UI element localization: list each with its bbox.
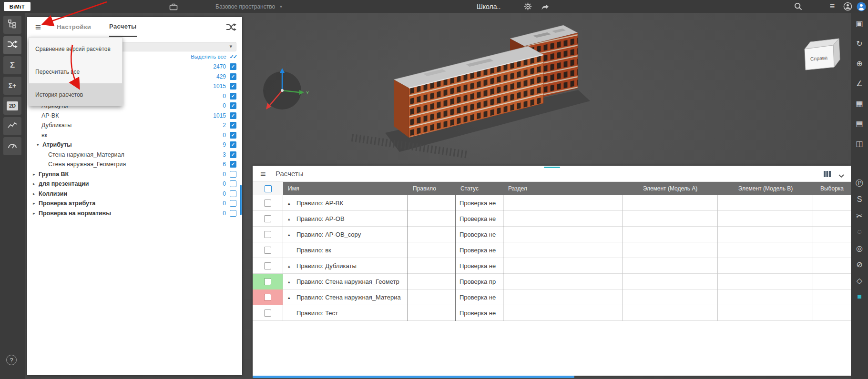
tree-item-checkbox[interactable]: ✓ — [230, 141, 236, 148]
tree-group[interactable]: ▸Проверка на нормативы0 — [27, 209, 242, 219]
rotate-tool[interactable]: ↻ — [853, 37, 866, 50]
tab-calculations[interactable]: Расчеты — [109, 17, 137, 37]
gauge-tool[interactable] — [3, 137, 21, 155]
table-row[interactable]: Правило: Тест Проверка не — [253, 305, 851, 321]
table-row[interactable]: ▴Правило: АР-ВК Проверка не — [253, 195, 851, 211]
tree-group[interactable]: ▸для презентации0 — [27, 179, 242, 189]
tree-item-checkbox[interactable]: ✓ — [230, 122, 236, 129]
nav-cube[interactable]: Справа — [805, 39, 840, 70]
horizontal-scrollbar-thumb[interactable] — [253, 376, 574, 378]
tree-group[interactable]: ▸Группа ВК0 — [27, 170, 242, 180]
expand-row-icon[interactable]: ▴ — [288, 232, 296, 237]
tree-item-checkbox[interactable] — [230, 180, 236, 187]
share-icon[interactable] — [540, 0, 551, 13]
col-header-section[interactable]: Раздел — [503, 182, 623, 195]
grid-tool[interactable]: ▦ — [853, 97, 866, 110]
expand-icon[interactable]: ▸ — [33, 211, 39, 216]
tree-item-checkbox[interactable]: ✓ — [230, 73, 236, 80]
expand-icon[interactable]: ▸ — [33, 201, 39, 206]
viewport-3d-scene[interactable]: Y Справа — [242, 13, 851, 166]
tree-item-checkbox[interactable]: ✓ — [230, 83, 236, 90]
region-tool[interactable]: ◌ — [853, 226, 866, 238]
sum-tool[interactable]: Σ — [3, 56, 21, 74]
row-checkbox[interactable] — [264, 199, 271, 207]
tree-item-checkbox[interactable] — [230, 190, 236, 197]
tree-item-checkbox[interactable]: ✓ — [230, 112, 236, 119]
col-header-element-b[interactable]: Элемент (Модель B) — [718, 182, 813, 195]
tree-item-checkbox[interactable] — [230, 171, 236, 178]
gear-icon[interactable] — [522, 0, 533, 13]
col-header-status[interactable]: Статус — [456, 182, 503, 195]
section-cut-tool[interactable]: ✂ — [853, 209, 866, 222]
account-icon[interactable] — [842, 0, 853, 13]
tree-item-checkbox[interactable]: ✓ — [230, 161, 236, 168]
layers-tool[interactable]: ▤ — [853, 117, 866, 130]
table-row[interactable]: ▴Правило: АР-ОВ Проверка не — [253, 211, 851, 227]
tree-item-checkbox[interactable]: ✓ — [230, 102, 236, 109]
hide-tool[interactable]: ⊘ — [853, 258, 866, 270]
tree-item[interactable]: вк0✓ — [27, 130, 242, 140]
table-row[interactable]: ▴Правило: Дубликаты Проверка не — [253, 258, 851, 274]
col-header-name[interactable]: Имя — [283, 182, 408, 195]
viewpoint-tool[interactable]: ▣ — [853, 17, 866, 30]
expand-row-icon[interactable]: ▴ — [288, 201, 296, 206]
columns-icon[interactable] — [824, 170, 831, 179]
table-row[interactable]: ▴Правило: АР-ОВ_copy Проверка не — [253, 227, 851, 242]
panel-scrollbar-thumb[interactable] — [240, 185, 242, 215]
menu-item-calculation-history[interactable]: История расчетов — [29, 83, 122, 106]
measure-tool[interactable]: ∠ — [853, 77, 866, 90]
expand-row-icon[interactable]: ▴ — [288, 279, 296, 284]
col-header-element-a[interactable]: Элемент (Модель A) — [623, 182, 718, 195]
tree-item[interactable]: АР-ВК1015✓ — [27, 111, 242, 121]
tree-item-checkbox[interactable] — [230, 210, 236, 217]
expand-row-icon[interactable]: ▴ — [288, 217, 296, 221]
split-view-tool[interactable]: ◫ — [853, 137, 866, 150]
pan-tool[interactable]: ⊕ — [853, 57, 866, 70]
row-checkbox[interactable] — [264, 278, 271, 285]
select-all-checkbox[interactable] — [265, 185, 272, 192]
menu-item-recalculate-all[interactable]: Пересчитать все — [29, 60, 122, 83]
expand-icon[interactable]: ▸ — [33, 191, 39, 196]
tree-item-checkbox[interactable] — [230, 200, 236, 207]
menu-item-compare-versions[interactable]: Сравнение версий расчётов — [29, 38, 122, 60]
cube-view-tool[interactable]: ■ — [853, 290, 866, 303]
collapse-panel-icon[interactable] — [838, 171, 844, 180]
tree-item-checkbox[interactable]: ✓ — [230, 151, 236, 158]
tree-group[interactable]: ▸Коллизии0 — [27, 189, 242, 199]
tree-item[interactable]: Дубликаты2✓ — [27, 120, 242, 130]
col-header-selection[interactable]: Выборка — [813, 182, 851, 195]
tree-item-checkbox[interactable]: ✓ — [230, 93, 236, 100]
sum-add-tool[interactable]: Σ+ — [3, 77, 21, 95]
row-checkbox[interactable] — [264, 247, 271, 254]
help-button[interactable]: ? — [6, 355, 17, 365]
expand-icon[interactable]: ▸ — [33, 181, 39, 186]
user-avatar[interactable] — [856, 0, 867, 13]
focus-tool[interactable]: ◎ — [853, 242, 866, 254]
select-all[interactable]: Выделить всё ✓✓ — [191, 52, 236, 61]
row-checkbox[interactable] — [264, 262, 271, 269]
table-row-failed[interactable]: ▴Правило: Стена наружная_Материа Проверк… — [253, 289, 851, 305]
table-row-passed[interactable]: ▴Правило: Стена наружная_Геометр Проверк… — [253, 274, 851, 289]
selection-tool[interactable]: S — [853, 193, 866, 206]
briefcase-icon[interactable] — [168, 0, 179, 13]
tree-item-checkbox[interactable]: ✓ — [230, 132, 236, 139]
expand-row-icon[interactable]: ▴ — [288, 264, 296, 269]
app-logo[interactable]: BiMiT — [4, 2, 31, 11]
tab-settings[interactable]: Настройки — [57, 17, 91, 37]
row-checkbox[interactable] — [264, 231, 271, 238]
list-menu-icon[interactable]: ≡ — [827, 0, 838, 13]
tree-item-checkbox[interactable]: ✓ — [230, 63, 236, 70]
row-checkbox[interactable] — [264, 294, 271, 301]
model-compare-tool[interactable] — [3, 36, 21, 54]
properties-tool[interactable]: Ⓟ — [853, 177, 866, 190]
compare-shuffle-icon[interactable] — [226, 23, 236, 33]
two-d-tool[interactable]: 2D — [3, 97, 21, 115]
isolate-tool[interactable]: ◇ — [853, 274, 866, 287]
row-checkbox[interactable] — [264, 309, 271, 317]
expand-row-icon[interactable]: ▴ — [288, 295, 296, 300]
search-icon[interactable] — [792, 0, 804, 13]
chart-tool[interactable] — [3, 117, 21, 135]
expand-icon[interactable]: ▸ — [33, 172, 39, 177]
tree-item[interactable]: Стена наружная_Геометрия6✓ — [27, 160, 242, 170]
tree-group[interactable]: ▾Атрибуты9✓ — [27, 140, 242, 150]
